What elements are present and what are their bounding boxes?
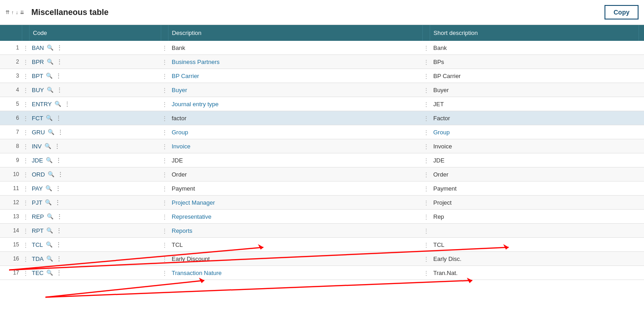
- desc-drag[interactable]: ⋮: [161, 252, 168, 266]
- drag-handle[interactable]: ⋮: [22, 224, 29, 238]
- row-action-menu[interactable]: ⋮: [639, 55, 644, 69]
- short-drag[interactable]: ⋮: [422, 210, 430, 224]
- desc-drag[interactable]: ⋮: [161, 196, 168, 210]
- drag-handle[interactable]: ⋮: [22, 41, 29, 55]
- row-action-menu[interactable]: ⋮: [639, 83, 644, 97]
- short-drag[interactable]: ⋮: [422, 252, 430, 266]
- row-menu-icon[interactable]: ⋮: [54, 199, 61, 206]
- row-menu-icon[interactable]: ⋮: [56, 255, 63, 262]
- row-menu-icon[interactable]: ⋮: [57, 128, 64, 136]
- search-icon[interactable]: 🔍: [46, 73, 53, 79]
- row-action-menu[interactable]: ⋮: [639, 69, 644, 83]
- desc-drag[interactable]: ⋮: [161, 97, 168, 111]
- row-action-menu[interactable]: ⋮: [639, 196, 644, 210]
- search-icon[interactable]: 🔍: [46, 157, 53, 163]
- sort-last-icon[interactable]: ⇊: [20, 10, 24, 15]
- drag-handle[interactable]: ⋮: [22, 196, 29, 210]
- drag-handle[interactable]: ⋮: [22, 210, 29, 224]
- row-action-menu[interactable]: ⋮: [639, 182, 644, 196]
- sort-up-icon[interactable]: ↑: [11, 10, 14, 15]
- row-action-menu[interactable]: ⋮: [639, 97, 644, 111]
- drag-handle[interactable]: ⋮: [22, 153, 29, 167]
- search-icon[interactable]: 🔍: [47, 59, 54, 65]
- short-drag[interactable]: ⋮: [422, 69, 430, 83]
- short-drag[interactable]: ⋮: [422, 111, 430, 125]
- row-menu-icon[interactable]: ⋮: [57, 171, 64, 178]
- short-drag[interactable]: ⋮: [422, 167, 430, 182]
- short-drag[interactable]: ⋮: [422, 153, 430, 167]
- search-icon[interactable]: 🔍: [46, 255, 53, 262]
- search-icon[interactable]: 🔍: [45, 143, 51, 149]
- desc-drag[interactable]: ⋮: [161, 111, 168, 125]
- drag-handle[interactable]: ⋮: [22, 139, 29, 153]
- search-icon[interactable]: 🔍: [47, 213, 54, 220]
- drag-handle[interactable]: ⋮: [22, 111, 29, 125]
- desc-drag[interactable]: ⋮: [161, 224, 168, 238]
- search-icon[interactable]: 🔍: [54, 101, 61, 107]
- desc-drag[interactable]: ⋮: [161, 238, 168, 252]
- desc-drag[interactable]: ⋮: [161, 266, 168, 280]
- row-action-menu[interactable]: ⋮: [639, 125, 644, 139]
- row-menu-icon[interactable]: ⋮: [55, 114, 62, 122]
- short-drag[interactable]: ⋮: [422, 97, 430, 111]
- row-action-menu[interactable]: ⋮: [639, 224, 644, 238]
- row-menu-icon[interactable]: ⋮: [55, 72, 62, 79]
- sort-down-icon[interactable]: ↓: [16, 10, 19, 15]
- drag-handle[interactable]: ⋮: [22, 167, 29, 182]
- table-container[interactable]: Code Description Short description 1 ⋮ B…: [0, 25, 644, 324]
- drag-handle[interactable]: ⋮: [22, 252, 29, 266]
- desc-drag[interactable]: ⋮: [161, 83, 168, 97]
- row-menu-icon[interactable]: ⋮: [55, 157, 62, 164]
- drag-handle[interactable]: ⋮: [22, 97, 29, 111]
- drag-handle[interactable]: ⋮: [22, 238, 29, 252]
- short-drag[interactable]: ⋮: [422, 196, 430, 210]
- drag-handle[interactable]: ⋮: [22, 69, 29, 83]
- row-menu-icon[interactable]: ⋮: [56, 86, 63, 93]
- copy-button[interactable]: Copy: [604, 5, 639, 20]
- desc-drag[interactable]: ⋮: [161, 55, 168, 69]
- row-menu-icon[interactable]: ⋮: [64, 100, 71, 108]
- row-menu-icon[interactable]: ⋮: [56, 58, 63, 65]
- drag-handle[interactable]: ⋮: [22, 55, 29, 69]
- short-drag[interactable]: ⋮: [422, 125, 430, 139]
- search-icon[interactable]: 🔍: [48, 129, 54, 135]
- row-action-menu[interactable]: ⋮: [639, 167, 644, 182]
- short-drag[interactable]: ⋮: [422, 139, 430, 153]
- search-icon[interactable]: 🔍: [46, 241, 53, 248]
- drag-handle[interactable]: ⋮: [22, 83, 29, 97]
- row-menu-icon[interactable]: ⋮: [55, 241, 62, 248]
- short-drag[interactable]: ⋮: [422, 41, 430, 55]
- search-icon[interactable]: 🔍: [46, 270, 53, 276]
- desc-drag[interactable]: ⋮: [161, 210, 168, 224]
- search-icon[interactable]: 🔍: [46, 115, 53, 121]
- row-action-menu[interactable]: ⋮: [639, 139, 644, 153]
- search-icon[interactable]: 🔍: [45, 199, 52, 206]
- desc-drag[interactable]: ⋮: [161, 69, 168, 83]
- row-action-menu[interactable]: ⋮: [639, 238, 644, 252]
- row-action-menu[interactable]: ⋮: [639, 41, 644, 55]
- sort-first-icon[interactable]: ⇈: [5, 10, 10, 15]
- search-icon[interactable]: 🔍: [48, 171, 54, 177]
- short-drag[interactable]: ⋮: [422, 55, 430, 69]
- drag-handle[interactable]: ⋮: [22, 266, 29, 280]
- drag-handle[interactable]: ⋮: [22, 182, 29, 196]
- short-drag[interactable]: ⋮: [422, 224, 430, 238]
- short-drag[interactable]: ⋮: [422, 266, 430, 280]
- desc-drag[interactable]: ⋮: [161, 41, 168, 55]
- desc-drag[interactable]: ⋮: [161, 167, 168, 182]
- short-drag[interactable]: ⋮: [422, 83, 430, 97]
- row-menu-icon[interactable]: ⋮: [54, 142, 61, 150]
- short-drag[interactable]: ⋮: [422, 238, 430, 252]
- row-action-menu[interactable]: ⋮: [639, 252, 644, 266]
- row-menu-icon[interactable]: ⋮: [56, 44, 63, 51]
- drag-handle[interactable]: ⋮: [22, 125, 29, 139]
- desc-drag[interactable]: ⋮: [161, 125, 168, 139]
- row-action-menu[interactable]: ⋮: [639, 153, 644, 167]
- row-menu-icon[interactable]: ⋮: [55, 185, 62, 192]
- row-action-menu[interactable]: ⋮: [639, 111, 644, 125]
- row-action-menu[interactable]: ⋮: [639, 210, 644, 224]
- search-icon[interactable]: 🔍: [47, 87, 54, 93]
- desc-drag[interactable]: ⋮: [161, 153, 168, 167]
- short-drag[interactable]: ⋮: [422, 182, 430, 196]
- search-icon[interactable]: 🔍: [45, 185, 52, 191]
